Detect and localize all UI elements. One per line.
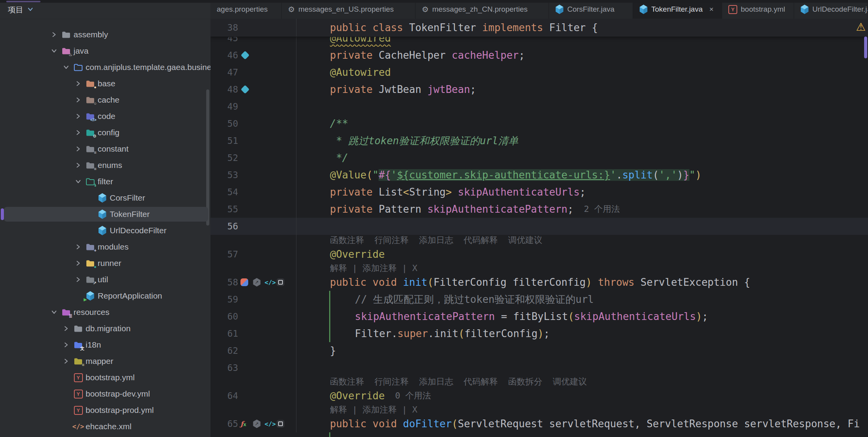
gutter[interactable] xyxy=(238,308,296,325)
tree-item-modules[interactable]: +modules xyxy=(0,239,210,255)
code-line[interactable]: skipAuthenticatePattern = fitByList(skip… xyxy=(296,308,868,325)
code-line[interactable] xyxy=(296,359,868,376)
ai-inlay-hints[interactable]: 函数注释 行间注释 添加日志 代码解释 调优建议 xyxy=(330,235,542,246)
gutter[interactable] xyxy=(238,201,296,218)
tree-item-tokenfilter[interactable]: TokenFilter xyxy=(0,206,210,222)
code-line[interactable]: private Pattern skipAuthenticatePattern;… xyxy=(296,201,868,218)
chevron-right-icon[interactable] xyxy=(75,97,82,104)
code-editor[interactable]: 45@Autowired46private CacheHelper cacheH… xyxy=(210,19,868,437)
sticky-header-line[interactable]: 38public class TokenFilter implements Fi… xyxy=(210,19,868,37)
tree-item-mapper[interactable]: ≡mapper xyxy=(0,353,210,369)
tree-item-enums[interactable]: ≡enums xyxy=(0,157,210,173)
chevron-down-icon[interactable] xyxy=(75,178,82,185)
tree-item-urldecodefilter[interactable]: UrlDecodeFilter xyxy=(0,222,210,239)
gutter[interactable] xyxy=(238,342,296,359)
tree-item-base[interactable]: ●base xyxy=(0,75,210,92)
tree-item-runner[interactable]: ●runner xyxy=(0,255,210,271)
code-line[interactable]: public void doFilter(ServletRequest serv… xyxy=(296,415,868,432)
chevron-down-icon[interactable] xyxy=(51,48,58,55)
chevron-right-icon[interactable] xyxy=(75,276,82,283)
chevron-right-icon[interactable] xyxy=(63,325,70,332)
code-line[interactable]: 函数注释 行间注释 添加日志 代码解释 函数拆分 调优建议 xyxy=(296,376,868,387)
code-line[interactable]: */ xyxy=(296,149,868,166)
chevron-right-icon[interactable] xyxy=(75,113,82,120)
ai-action-links[interactable]: 解释 | 添加注释 | X xyxy=(330,263,417,274)
tab-bootstrap-yml[interactable]: Ybootstrap.yml xyxy=(722,0,794,19)
gutter[interactable] xyxy=(238,81,296,98)
gutter[interactable] xyxy=(238,166,296,184)
tab-corsfilter-java[interactable]: CorsFilter.java xyxy=(549,0,633,19)
ai-hexagon-icon[interactable]: ↗ xyxy=(253,278,261,287)
gutter[interactable] xyxy=(238,263,296,274)
tree-item-reportapplication[interactable]: ▶ReportApplication xyxy=(0,288,210,304)
tree-item-resources[interactable]: ≣resources xyxy=(0,304,210,320)
gutter[interactable] xyxy=(238,359,296,376)
ai-hexagon-icon[interactable]: ↗ xyxy=(253,420,261,428)
code-line[interactable]: @Value("#{'${customer.skip-authenticate-… xyxy=(296,166,868,184)
chevron-down-icon[interactable] xyxy=(27,6,33,14)
tree-item-filter[interactable]: ↴filter xyxy=(0,173,210,190)
tab-messages-zh-cn-properties[interactable]: ⚙messages_zh_CN.properties xyxy=(416,0,549,19)
gutter[interactable] xyxy=(238,64,296,81)
gutter[interactable] xyxy=(238,218,296,235)
tree-item-com-anjiplus-template-gaea-business[interactable]: com.anjiplus.template.gaea.business xyxy=(0,59,210,75)
code-line[interactable]: public void init(FilterConfig filterConf… xyxy=(296,274,868,291)
tree-item-constant[interactable]: ≡constant xyxy=(0,141,210,157)
gutter[interactable] xyxy=(238,184,296,201)
tree-item-ehcache-xml[interactable]: </>ehcache.xml xyxy=(0,418,210,435)
tree-item-code[interactable]: </>code xyxy=(0,108,210,124)
code-line[interactable]: 解释 | 添加注释 | X xyxy=(296,263,868,274)
code-line[interactable]: @Autowired xyxy=(296,64,868,81)
tree-item-config[interactable]: ⚙config xyxy=(0,124,210,141)
gutter[interactable] xyxy=(238,47,296,64)
gutter[interactable] xyxy=(238,149,296,166)
code-line[interactable]: private List<String> skipAuthenticateUrl… xyxy=(296,184,868,201)
tree-item-bootstrap-yml[interactable]: Ybootstrap.yml xyxy=(0,369,210,386)
gutter[interactable] xyxy=(238,291,296,308)
code-brackets-icon[interactable]: </> xyxy=(265,279,276,286)
code-line[interactable]: /** xyxy=(296,115,868,132)
chevron-right-icon[interactable] xyxy=(75,146,82,153)
chevron-right-icon[interactable] xyxy=(75,260,82,267)
code-brackets-icon[interactable]: </> xyxy=(265,420,276,428)
spring-bean-icon[interactable] xyxy=(241,51,250,60)
chevron-right-icon[interactable] xyxy=(63,358,70,365)
chevron-right-icon[interactable] xyxy=(75,80,82,87)
tree-item-cache[interactable]: ○cache xyxy=(0,92,210,108)
gutter[interactable] xyxy=(238,235,296,246)
tab-ages-properties[interactable]: ages.properties xyxy=(210,0,282,19)
tree-item-corsfilter[interactable]: CorsFilter xyxy=(0,190,210,206)
gutter[interactable] xyxy=(238,376,296,387)
chevron-right-icon[interactable] xyxy=(75,244,82,251)
tree-item-i18n[interactable]: 文i18n xyxy=(0,337,210,353)
code-line[interactable]: * 跳过token验证和权限验证的url清单 xyxy=(296,132,868,149)
tab-messages-en-us-properties[interactable]: ⚙messages_en_US.properties xyxy=(282,0,416,19)
spring-bean-icon[interactable] xyxy=(241,85,250,94)
tree-item-bootstrap-prod-yml[interactable]: Ybootstrap-prod.yml xyxy=(0,402,210,418)
gutter[interactable] xyxy=(238,115,296,132)
code-line[interactable]: @Override 0 个用法 xyxy=(296,387,868,404)
code-line[interactable] xyxy=(296,98,868,115)
tab-tokenfilter-java[interactable]: TokenFilter.java× xyxy=(633,0,722,19)
chevron-down-icon[interactable] xyxy=(63,64,70,71)
plugin-square-icon[interactable] xyxy=(277,420,284,428)
gutter[interactable] xyxy=(238,132,296,149)
tree-item-db-migration[interactable]: db.migration xyxy=(0,320,210,337)
chevron-right-icon[interactable] xyxy=(75,162,82,169)
inspection-warning-icon[interactable]: ⚠ xyxy=(856,21,866,33)
tree-item-java[interactable]: ♨java xyxy=(0,43,210,59)
tree-item-util[interactable]: ↗util xyxy=(0,271,210,288)
code-line[interactable]: } xyxy=(296,342,868,359)
close-icon[interactable]: × xyxy=(709,5,714,14)
override-marker-icon[interactable] xyxy=(240,278,248,286)
function-fx-icon[interactable]: ƒx xyxy=(240,420,246,428)
gutter[interactable]: ↗</> xyxy=(238,274,296,291)
tab-urldecodefilter-java[interactable]: UrlDecodeFilter.java xyxy=(794,0,868,19)
gutter[interactable] xyxy=(238,19,296,37)
chevron-right-icon[interactable] xyxy=(75,129,82,136)
chevron-right-icon[interactable] xyxy=(63,342,70,349)
code-line[interactable] xyxy=(296,218,868,235)
code-line[interactable]: private CacheHelper cacheHelper; xyxy=(296,47,868,64)
tree-item-assembly[interactable]: assembly xyxy=(0,26,210,43)
code-line[interactable]: @Override xyxy=(296,246,868,263)
